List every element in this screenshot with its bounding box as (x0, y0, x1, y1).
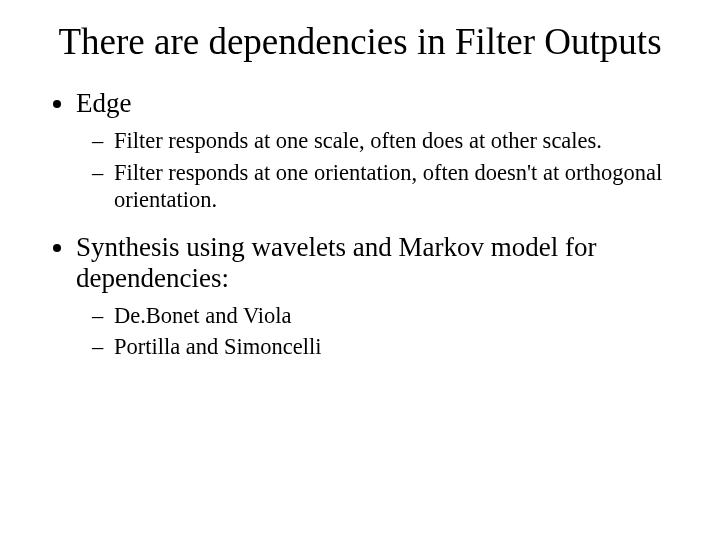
bullet-text: Synthesis using wavelets and Markov mode… (76, 232, 596, 293)
bullet-list: Edge Filter responds at one scale, often… (48, 88, 672, 360)
slide-title: There are dependencies in Filter Outputs (48, 20, 672, 64)
bullet-item: Edge Filter responds at one scale, often… (76, 88, 672, 213)
bullet-text: Edge (76, 88, 131, 118)
sub-bullet-list: De.Bonet and Viola Portilla and Simoncel… (76, 302, 672, 361)
sub-bullet-item: Filter responds at one orientation, ofte… (114, 159, 672, 214)
sub-bullet-list: Filter responds at one scale, often does… (76, 127, 672, 213)
sub-bullet-item: Filter responds at one scale, often does… (114, 127, 672, 154)
sub-bullet-item: Portilla and Simoncelli (114, 333, 672, 360)
slide: There are dependencies in Filter Outputs… (0, 0, 720, 540)
sub-bullet-item: De.Bonet and Viola (114, 302, 672, 329)
bullet-item: Synthesis using wavelets and Markov mode… (76, 232, 672, 361)
